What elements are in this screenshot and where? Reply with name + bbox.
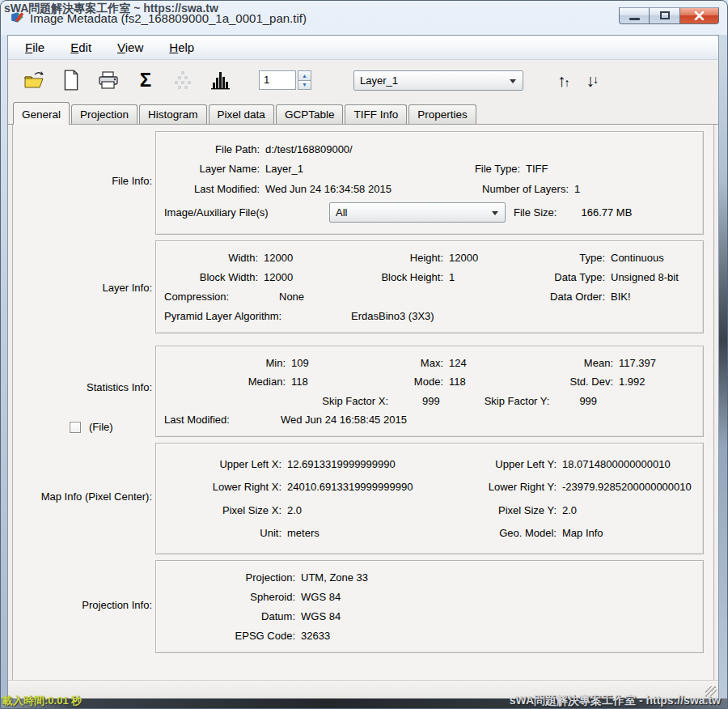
spin-up-button[interactable]: ▲ [298, 70, 311, 81]
tab-strip: General Projection Histogram Pixel data … [8, 100, 718, 125]
file-statistics-checkbox-row: (File) [70, 421, 113, 433]
upper-left-y-value: 18.0714800000000010 [562, 458, 671, 470]
file-checkbox-label: (File) [89, 421, 113, 433]
layer-select[interactable]: Layer_1 [353, 70, 523, 91]
unit-value: meters [287, 527, 320, 539]
statistics-info-groupbox: Min: 109 Max: 124 Mean: 117.397 Median: [155, 346, 704, 437]
resize-grip-icon[interactable] [705, 686, 717, 698]
tab-projection[interactable]: Projection [71, 104, 138, 124]
histogram-icon[interactable] [209, 69, 231, 91]
projection-value: UTM, Zone 33 [301, 571, 368, 584]
stats-last-modified-value: Wed Jun 24 16:58:45 2015 [281, 414, 407, 426]
file-statistics-checkbox[interactable] [70, 422, 81, 433]
file-size-value: 166.77 MB [581, 206, 632, 219]
height-label: Height: [314, 252, 443, 264]
tab-histogram[interactable]: Histogram [139, 104, 207, 124]
menu-view[interactable]: View [110, 38, 150, 57]
min-value: 109 [291, 357, 309, 369]
lower-right-x-label: Lower Right X: [164, 481, 281, 493]
geo-model-value: Map Info [562, 527, 603, 539]
statistics-info-section-label: Statistics Info: [13, 381, 152, 393]
median-label: Median: [164, 376, 286, 388]
lower-right-y-value: -23979.9285200000000010 [562, 481, 692, 493]
map-info-groupbox: Upper Left X: 12.6913319999999990 Upper … [155, 443, 704, 554]
band-number-stepper[interactable]: 1 ▲ ▼ [259, 70, 311, 90]
epsg-code-value: 32633 [301, 630, 330, 642]
data-order-label: Data Order: [488, 291, 605, 303]
tab-tiff-info[interactable]: TIFF Info [345, 104, 407, 124]
type-value: Continuous [611, 252, 664, 264]
number-of-layers-value: 1 [574, 183, 580, 195]
block-width-label: Block Width: [164, 271, 258, 283]
aux-files-select[interactable]: All [329, 202, 506, 223]
width-label: Width: [164, 252, 258, 264]
file-path-label: File Path: [164, 143, 260, 155]
band-number-value[interactable]: 1 [259, 70, 296, 90]
new-document-icon[interactable] [60, 69, 83, 91]
mean-label: Mean: [488, 357, 613, 369]
pixel-size-x-value: 2.0 [287, 504, 302, 516]
projection-label: Projection: [164, 571, 295, 584]
lower-right-y-label: Lower Right Y: [435, 481, 557, 493]
compression-label: Compression: [164, 291, 273, 303]
lower-right-x-value: 24010.6913319999999990 [287, 481, 413, 493]
skip-factor-y-label: Skip Factor Y: [485, 395, 550, 407]
unit-label: Unit: [164, 527, 281, 539]
tab-properties[interactable]: Properties [408, 104, 476, 124]
print-icon[interactable] [97, 69, 120, 91]
height-value: 12000 [449, 252, 478, 264]
tab-pixel-data[interactable]: Pixel data [209, 104, 274, 124]
block-height-label: Block Height: [314, 271, 443, 283]
close-icon [694, 11, 705, 20]
mode-value: 118 [449, 376, 466, 388]
data-order-value: BIK! [611, 291, 631, 303]
compression-value: None [279, 291, 304, 303]
max-label: Max: [314, 357, 443, 369]
file-info-groupbox: File Path: d:/test/168809000/ Layer Name… [155, 131, 704, 235]
data-type-value: Unsigned 8-bit [611, 271, 679, 283]
width-value: 12000 [264, 252, 293, 264]
datum-label: Datum: [164, 610, 295, 622]
window-title: Image Metadata (fs2_168809000_1a_0001_pa… [30, 11, 307, 25]
layer-select-value: Layer_1 [360, 74, 398, 87]
skip-factor-y-value: 999 [579, 395, 597, 407]
menu-help[interactable]: Help [162, 38, 201, 57]
pixel-size-y-label: Pixel Size Y: [435, 504, 557, 516]
open-file-icon[interactable] [23, 69, 45, 91]
skip-factor-x-label: Skip Factor X: [164, 395, 388, 407]
menu-file[interactable]: File [18, 38, 52, 57]
toolbar: Σ [8, 60, 718, 100]
tab-gcptable[interactable]: GCPTable [276, 104, 344, 124]
layer-up-icon[interactable]: ↑↑ [557, 72, 570, 89]
layer-down-icon[interactable]: ↓↓ [586, 72, 599, 89]
geo-model-label: Geo. Model: [435, 527, 557, 539]
skip-factor-x-value: 999 [422, 395, 440, 407]
sigma-statistics-icon[interactable]: Σ [134, 69, 157, 91]
type-label: Type: [488, 252, 605, 264]
window-frame-bottom [1, 698, 727, 708]
file-type-label: File Type: [439, 163, 520, 175]
title-bar[interactable]: Image Metadata (fs2_168809000_1a_0001_pa… [1, 1, 727, 35]
mode-label: Mode: [314, 376, 443, 388]
pixel-size-y-value: 2.0 [562, 504, 577, 516]
minimize-icon [629, 18, 640, 20]
spin-down-button[interactable]: ▼ [298, 81, 311, 91]
stats-last-modified-label: Last Modified: [164, 414, 273, 426]
pixel-size-x-label: Pixel Size X: [164, 504, 281, 516]
menu-edit[interactable]: Edit [63, 38, 99, 57]
mean-value: 117.397 [619, 357, 656, 369]
std-dev-value: 1.992 [619, 376, 645, 388]
layer-name-label: Layer Name: [164, 163, 260, 175]
pyramid-algorithm-label: Pyramid Layer Algorithm: [164, 310, 345, 322]
upper-left-x-value: 12.6913319999999990 [287, 458, 396, 470]
tab-general[interactable]: General [13, 102, 70, 125]
close-button[interactable] [680, 7, 719, 24]
file-size-label: File Size: [514, 206, 557, 219]
aux-files-selected: All [336, 206, 347, 219]
file-path-value: d:/test/168809000/ [265, 143, 353, 155]
layer-info-groupbox: Width: 12000 Height: 12000 Type: Continu… [155, 240, 704, 333]
max-value: 124 [449, 357, 467, 369]
general-tab-page: sWA問題解決專案工作室 ~ https://swa.tw sWA問題解決專案工… [12, 125, 714, 681]
minimize-button[interactable] [619, 7, 650, 24]
maximize-button[interactable] [650, 7, 680, 24]
